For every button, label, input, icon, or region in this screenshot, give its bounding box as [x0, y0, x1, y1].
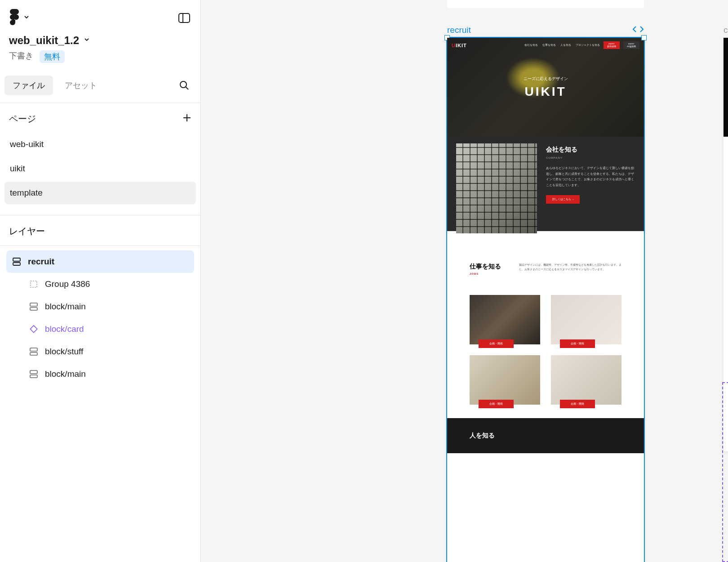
component-selection-outline: [722, 382, 728, 562]
company-image: [456, 143, 537, 233]
job-card: 企画・開発: [551, 355, 621, 405]
left-panel: web_uikit_1.2 下書き 無料 ファイル アセット ページ web-u…: [0, 0, 201, 562]
job-card-image: [551, 295, 621, 344]
group-icon: [29, 279, 39, 289]
company-cta-button: 詳しくはこちら ›: [546, 195, 580, 204]
page-item-web-uikit[interactable]: web-uikit: [4, 133, 196, 156]
company-label: COMPANY: [546, 156, 635, 159]
job-card-tag: 企画・開発: [479, 400, 514, 408]
layer-block-main-1[interactable]: block/main: [6, 295, 194, 318]
svg-rect-0: [179, 13, 190, 22]
panel-header: [0, 0, 200, 34]
svg-point-2: [180, 81, 186, 88]
job-card-tag: 企画・開発: [560, 400, 595, 408]
svg-line-3: [186, 87, 189, 90]
frame-icon: [12, 257, 22, 267]
job-card-tag: 企画・開発: [560, 339, 595, 348]
svg-rect-6: [13, 258, 20, 261]
job-card-image: [551, 355, 621, 405]
people-heading: 人を知る: [470, 432, 495, 440]
recruit-hero: UIKIT 会社を知る 仕事を知る 人を知る プロジェクトを知る ENTRY新卒…: [447, 38, 644, 137]
svg-rect-14: [30, 370, 37, 374]
job-card: 企画・開発: [470, 295, 540, 344]
canvas[interactable]: recruit UIKIT 会社を知る 仕事を知る 人を知る プロジェクトを知る…: [201, 0, 728, 562]
svg-rect-11: [30, 326, 37, 333]
layers-header: レイヤー: [0, 215, 200, 246]
job-card-image: [470, 295, 540, 344]
frame-label-corporate[interactable]: corporat: [724, 25, 728, 35]
tab-file[interactable]: ファイル: [4, 76, 53, 95]
svg-rect-12: [30, 348, 37, 351]
svg-rect-15: [30, 375, 37, 378]
jobs-section: 仕事を知る JOBS 製品デザインには、機能性、デザイン性、生産性などを考慮した…: [447, 245, 644, 295]
job-card: 企画・開発: [470, 355, 540, 405]
dev-mode-icon[interactable]: [632, 25, 644, 35]
company-heading: 会社を知る: [546, 146, 635, 154]
company-section: 会社を知る COMPANY あらゆるビジネスにおいて、デザインを通じて新しい価値…: [447, 137, 644, 231]
pages-header: ページ: [0, 103, 200, 133]
file-title: web_uikit_1.2: [9, 34, 79, 47]
svg-rect-9: [30, 303, 37, 306]
pages-label: ページ: [9, 113, 36, 125]
frame-peek-top[interactable]: [447, 0, 644, 8]
add-page-icon[interactable]: [182, 113, 191, 125]
layers-list: recruit Group 4386 block/main block/card…: [0, 246, 200, 390]
free-badge[interactable]: 無料: [40, 50, 65, 63]
figma-logo-icon[interactable]: [9, 9, 20, 27]
pages-list: web-uikit uikit template: [0, 133, 200, 215]
corporate-body: ニ ビジネス を行える。 アウトプ とプロ: [724, 209, 728, 251]
panel-tabs: ファイル アセット: [0, 71, 200, 103]
jobs-heading: 仕事を知る: [470, 263, 501, 271]
layers-label: レイヤー: [9, 226, 45, 236]
job-card: 企画・開発: [551, 295, 621, 344]
corporate-hero: UIKIT PC DI デザ 優れ: [724, 38, 728, 137]
layer-block-card[interactable]: block/card: [6, 318, 194, 340]
svg-rect-10: [30, 308, 37, 310]
entry-mid-career-button: ENTRY中途採用: [623, 41, 639, 49]
job-card-tag: 企画・開発: [479, 339, 514, 348]
svg-rect-13: [30, 352, 37, 355]
jobs-description: 製品デザインには、機能性、デザイン性、生産性などを考慮した設計を行います。また、…: [519, 263, 621, 272]
instance-icon: [29, 369, 39, 379]
hero-subtitle: ニーズに応えるデザイン: [524, 76, 568, 82]
instance-icon: [29, 302, 39, 312]
tab-assets[interactable]: アセット: [57, 76, 105, 95]
job-card-image: [470, 355, 540, 405]
page-item-template[interactable]: template: [4, 182, 196, 204]
chevron-down-icon[interactable]: [23, 14, 30, 22]
frame-recruit[interactable]: recruit UIKIT 会社を知る 仕事を知る 人を知る プロジェクトを知る…: [447, 38, 644, 562]
hero-title: UIKIT: [524, 85, 566, 99]
draft-label[interactable]: 下書き: [9, 50, 33, 63]
layer-group-4386[interactable]: Group 4386: [6, 273, 194, 295]
frame-label-recruit[interactable]: recruit: [447, 25, 471, 35]
instance-icon: [29, 347, 39, 357]
entry-new-grad-button: ENTRY新卒採用: [604, 41, 620, 49]
company-body: あらゆるビジネスにおいて、デザインを通じて新しい価値を創造し、顧客と共に成長する…: [546, 165, 635, 188]
jobs-label: JOBS: [470, 272, 501, 275]
people-section: 人を知る: [447, 418, 644, 453]
recruit-nav: UIKIT 会社を知る 仕事を知る 人を知る プロジェクトを知る ENTRY新卒…: [447, 41, 644, 49]
layer-recruit[interactable]: recruit: [6, 250, 194, 273]
file-title-row[interactable]: web_uikit_1.2: [0, 34, 200, 47]
jobs-grid: 企画・開発 企画・開発 企画・開発 企画・開発: [447, 295, 644, 418]
panel-toggle-icon[interactable]: [177, 11, 191, 25]
chevron-down-icon[interactable]: [84, 36, 90, 45]
svg-rect-8: [31, 281, 37, 287]
layer-block-stuff[interactable]: block/stuff: [6, 340, 194, 363]
file-meta: 下書き 無料: [0, 47, 200, 71]
search-icon[interactable]: [177, 78, 191, 93]
recruit-logo: UIKIT: [452, 43, 467, 48]
page-item-uikit[interactable]: uikit: [4, 157, 196, 180]
layer-block-main-2[interactable]: block/main: [6, 363, 194, 385]
component-icon: [29, 324, 39, 334]
svg-rect-7: [13, 263, 20, 265]
